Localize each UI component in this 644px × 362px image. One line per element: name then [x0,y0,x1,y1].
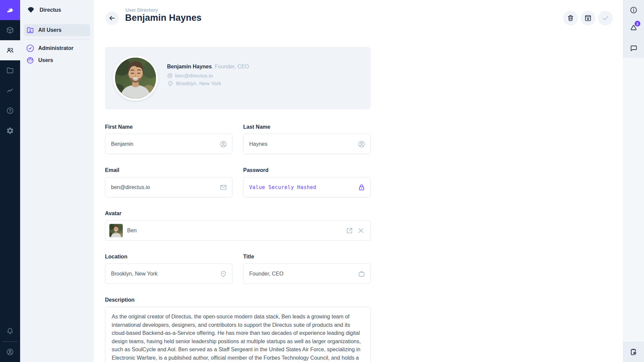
folder-icon [6,66,14,74]
field-label: Email [105,167,232,173]
breadcrumb[interactable]: User Directory [125,7,158,13]
info-icon [630,6,638,14]
right-sidebar: 3 [623,0,644,362]
save-button[interactable] [598,11,613,25]
project-header[interactable]: Directus [20,0,94,20]
avatar-thumbnail [109,224,123,237]
directus-app: Directus All Users Administrator Users U… [0,0,644,362]
field-title: Title [243,254,371,284]
account-circle-icon [6,348,14,356]
field-label: Description [105,297,371,303]
input-wrap [105,177,232,197]
field-label: Password [243,167,371,173]
map-pin-icon [219,270,227,278]
notification-count-badge: 3 [635,21,640,26]
account-circle-icon [219,140,227,148]
profile-avatar [113,56,158,101]
sidebar-sections: 3 [623,0,644,58]
module-file-library[interactable] [0,60,20,80]
module-bar [0,0,20,362]
check-icon [601,14,609,22]
project-name: Directus [40,7,61,13]
notifications-section-button[interactable]: 3 [626,20,641,35]
nav-item-all-users[interactable]: All Users [24,24,90,36]
input-wrap [243,263,371,284]
nav-item-users[interactable]: Users [24,54,90,66]
mail-icon [219,183,227,191]
comments-button[interactable] [626,41,641,56]
last-name-input[interactable] [243,134,371,154]
module-insights[interactable] [0,80,20,101]
delete-button[interactable] [563,11,578,25]
nav-item-label: Administrator [38,45,73,51]
input-wrap [105,263,232,284]
field-password: Password [243,167,371,197]
open-in-new-icon[interactable] [345,227,354,235]
insights-icon [6,86,14,95]
first-name-input[interactable] [105,134,232,154]
module-settings[interactable] [0,121,20,141]
input-wrap [243,134,371,154]
navigation-panel: Directus All Users Administrator Users [20,0,94,362]
profile-photo [115,58,156,99]
profile-location: Brooklyn, New York [176,80,221,86]
notifications-button[interactable] [0,321,20,341]
avatar-thumb-photo [109,224,123,237]
module-bar-spacer [0,141,20,321]
module-documentation[interactable] [0,101,20,121]
archive-icon [584,14,592,22]
users-group-icon [6,46,14,54]
field-description: Description As the original creator of D… [105,297,371,362]
settings-gear-icon [6,127,14,135]
comment-bubble-icon [630,44,638,52]
field-label: Avatar [105,210,371,217]
profile-email: ben@directus.io [175,73,213,79]
remove-file-icon[interactable] [357,227,365,235]
folder-account-icon [26,26,34,34]
field-first-name: First Name [105,124,232,154]
title-input[interactable] [243,263,371,284]
description-textarea[interactable]: As the original creator of Directus, the… [105,307,371,362]
project-icon [27,6,35,14]
field-email: Email [105,167,232,197]
field-last-name: Last Name [243,124,371,154]
user-menu-button[interactable] [0,342,20,362]
briefcase-icon [358,270,366,278]
content-cube-icon [6,26,14,34]
input-wrap [105,134,232,154]
profile-location-line: Brooklyn, New York [167,79,249,87]
field-label: Location [105,254,232,260]
profile-role: , Founder, CEO [212,64,249,69]
field-location: Location [105,254,232,284]
field-label: First Name [105,124,232,130]
revisions-toggle[interactable] [623,342,644,362]
directus-rabbit-icon [6,6,14,14]
sidebar-spacer [623,58,644,342]
help-icon [6,107,14,115]
module-user-directory[interactable] [0,40,20,60]
account-circle-icon [358,140,366,148]
information-button[interactable] [626,3,641,17]
module-content[interactable] [0,20,20,40]
lock-icon [358,183,366,191]
arrow-back-icon [108,14,116,22]
back-button[interactable] [105,11,119,25]
avatar-file-input[interactable]: Ben [105,220,371,241]
profile-card-text: Benjamin Haynes, Founder, CEO @ ben@dire… [167,64,249,87]
email-input[interactable] [105,177,232,197]
password-input[interactable] [243,177,371,197]
main-content: User Directory Benjamin Haynes Benjamin … [94,0,623,362]
nav-item-administrator[interactable]: Administrator [24,42,90,54]
avatar-file-name: Ben [127,228,345,234]
directus-logo[interactable] [0,0,20,20]
nav-divider [27,39,90,40]
location-input[interactable] [105,263,232,284]
profile-email-line: @ ben@directus.io [167,72,249,79]
nav-item-label: Users [38,57,53,63]
pending-actions-icon [630,348,638,356]
profile-name-line: Benjamin Haynes, Founder, CEO [167,64,249,70]
field-avatar: Avatar Ben [105,210,371,241]
archive-button[interactable] [581,11,595,25]
location-pin-icon [167,80,174,87]
face-icon [26,56,34,64]
